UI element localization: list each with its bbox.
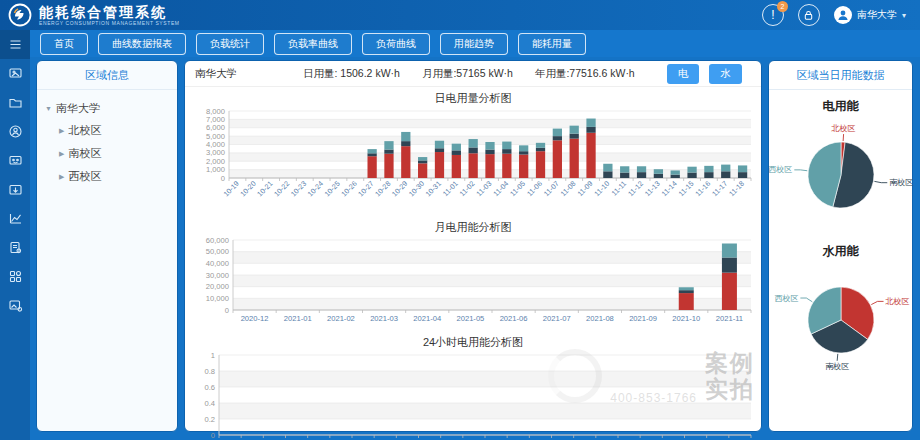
avatar — [834, 6, 852, 24]
svg-text:10-24: 10-24 — [306, 179, 325, 198]
app-logo: 能耗综合管理系统 ENERGY CONSUMPTION MANAGEMENT S… — [0, 3, 180, 27]
sidebar-icon-apps-grid[interactable] — [0, 262, 30, 291]
notification-bell-icon[interactable]: ! 2 — [762, 4, 784, 26]
sidebar-icon-user-circle[interactable] — [0, 117, 30, 146]
svg-text:2020-12: 2020-12 — [241, 314, 269, 323]
svg-text:10-26: 10-26 — [339, 179, 358, 198]
svg-text:2021-05: 2021-05 — [456, 314, 484, 323]
svg-text:0.8: 0.8 — [204, 367, 215, 376]
svg-text:西校区: 西校区 — [774, 294, 798, 303]
svg-text:11-03: 11-03 — [474, 179, 493, 198]
svg-text:0.4: 0.4 — [204, 399, 215, 408]
icon-sidebar — [0, 30, 30, 440]
main-charts-panel: 南华大学 日用量: 1506.2 kW·h 月用量:57165 kW·h 年用量… — [184, 60, 762, 432]
tab-curve-data-report[interactable]: 曲线数据报表 — [98, 33, 186, 55]
electric-usage-pie-chart: 北校区南校区西校区 — [769, 115, 913, 231]
selected-region: 南华大学 — [195, 67, 237, 81]
svg-text:10-23: 10-23 — [289, 179, 308, 198]
sidebar-icon-folder[interactable] — [0, 88, 30, 117]
svg-text:北校区: 北校区 — [885, 297, 910, 306]
nav-tabs-row: 首页 曲线数据报表 负载统计 负载率曲线 负荷曲线 用能趋势 能耗用量 — [30, 30, 920, 57]
lock-icon[interactable] — [798, 4, 820, 26]
svg-text:0.2: 0.2 — [204, 415, 215, 424]
tree-node-south-campus[interactable]: ▶ 南校区 — [43, 142, 171, 165]
svg-text:30,000: 30,000 — [206, 271, 229, 280]
svg-text:11-17: 11-17 — [710, 179, 729, 198]
tab-load-rate-curve[interactable]: 负载率曲线 — [274, 33, 352, 55]
daily-chart-title: 日电用量分析图 — [185, 91, 761, 106]
svg-text:20,000: 20,000 — [206, 282, 229, 291]
svg-text:0.6: 0.6 — [204, 383, 215, 392]
svg-text:11-11: 11-11 — [610, 179, 629, 198]
svg-text:11-10: 11-10 — [592, 179, 611, 198]
svg-text:10-21: 10-21 — [255, 179, 274, 198]
svg-text:10-25: 10-25 — [322, 179, 341, 198]
tree-child-label: 北校区 — [68, 123, 101, 138]
water-button[interactable]: 水 — [709, 64, 742, 84]
sidebar-icon-download[interactable] — [0, 175, 30, 204]
sidebar-icon-menu[interactable] — [0, 30, 30, 59]
tree-node-north-campus[interactable]: ▶ 北校区 — [43, 119, 171, 142]
region-panel-title: 区域信息 — [37, 61, 177, 90]
svg-text:11-14: 11-14 — [660, 179, 679, 198]
sidebar-icon-presentation[interactable] — [0, 146, 30, 175]
svg-text:北校区: 北校区 — [831, 124, 856, 133]
tree-child-label: 南校区 — [68, 146, 101, 161]
svg-text:11-08: 11-08 — [559, 179, 578, 198]
app-subtitle: ENERGY CONSUMPTION MANAGEMENT SYSTEM — [39, 21, 180, 26]
daily-usage-bar-chart: 8,0007,0006,0005,0004,0003,0002,0001,000… — [189, 106, 759, 212]
right-panel-title: 区域当日用能数据 — [769, 61, 912, 90]
tab-energy-trend[interactable]: 用能趋势 — [440, 33, 508, 55]
svg-text:40,000: 40,000 — [206, 259, 229, 268]
svg-text:南校区: 南校区 — [889, 178, 913, 187]
tab-energy-consumption[interactable]: 能耗用量 — [518, 33, 586, 55]
user-name: 南华大学 — [857, 8, 897, 22]
tree-child-label: 西校区 — [68, 169, 101, 184]
svg-text:11-13: 11-13 — [643, 179, 662, 198]
water-usage-pie-chart: 北校区南校区西校区 — [769, 260, 913, 376]
svg-text:2021-03: 2021-03 — [370, 314, 398, 323]
notification-badge: 2 — [777, 1, 788, 12]
daily-usage-stat: 日用量: 1506.2 kW·h — [303, 67, 400, 81]
svg-text:11-01: 11-01 — [441, 179, 460, 198]
svg-text:10-30: 10-30 — [407, 179, 426, 198]
sidebar-icon-monitor-settings[interactable] — [0, 59, 30, 88]
svg-text:11-02: 11-02 — [458, 179, 477, 198]
svg-text:2021-07: 2021-07 — [543, 314, 571, 323]
svg-text:11-07: 11-07 — [542, 179, 561, 198]
tree-node-root[interactable]: ▼ 南华大学 — [43, 98, 171, 119]
caret-right-icon: ▶ — [59, 127, 64, 135]
sidebar-icon-image-settings[interactable] — [0, 291, 30, 320]
svg-text:0: 0 — [221, 174, 225, 183]
svg-text:2021-10: 2021-10 — [672, 314, 700, 323]
svg-text:2021-02: 2021-02 — [327, 314, 355, 323]
electric-pie-title: 电用能 — [769, 98, 912, 115]
tree-node-west-campus[interactable]: ▶ 西校区 — [43, 165, 171, 188]
tab-load-statistics[interactable]: 负载统计 — [196, 33, 264, 55]
user-menu[interactable]: 南华大学 ▾ — [834, 6, 906, 24]
app-title: 能耗综合管理系统 — [39, 5, 180, 19]
svg-text:10,000: 10,000 — [206, 294, 229, 303]
tab-home[interactable]: 首页 — [40, 33, 88, 55]
svg-text:2021-01: 2021-01 — [284, 314, 312, 323]
svg-text:10-22: 10-22 — [272, 179, 291, 198]
region-tree: ▼ 南华大学 ▶ 北校区 ▶ 南校区 ▶ 西校区 — [37, 90, 177, 196]
svg-text:11-05: 11-05 — [508, 179, 527, 198]
tab-load-curve[interactable]: 负荷曲线 — [362, 33, 430, 55]
sidebar-icon-report-settings[interactable] — [0, 233, 30, 262]
daily-energy-panel: 区域当日用能数据 电用能 北校区南校区西校区 水用能 北校区南校区西校区 — [768, 60, 913, 432]
hourly-chart-title: 24小时电用能分析图 — [185, 335, 761, 350]
svg-text:2021-09: 2021-09 — [629, 314, 657, 323]
svg-text:10-27: 10-27 — [356, 179, 375, 198]
region-tree-panel: 区域信息 ▼ 南华大学 ▶ 北校区 ▶ 南校区 ▶ 西校区 — [36, 60, 178, 432]
svg-text:11-16: 11-16 — [693, 179, 712, 198]
svg-text:11-09: 11-09 — [575, 179, 594, 198]
monthly-chart-title: 月电用能分析图 — [185, 220, 761, 235]
svg-text:1: 1 — [211, 351, 215, 360]
svg-text:2021-08: 2021-08 — [586, 314, 614, 323]
svg-text:11-18: 11-18 — [727, 179, 746, 198]
electric-button[interactable]: 电 — [667, 64, 700, 84]
sidebar-icon-line-chart[interactable] — [0, 204, 30, 233]
svg-text:2021-11: 2021-11 — [716, 314, 743, 323]
svg-text:11-15: 11-15 — [676, 179, 695, 198]
